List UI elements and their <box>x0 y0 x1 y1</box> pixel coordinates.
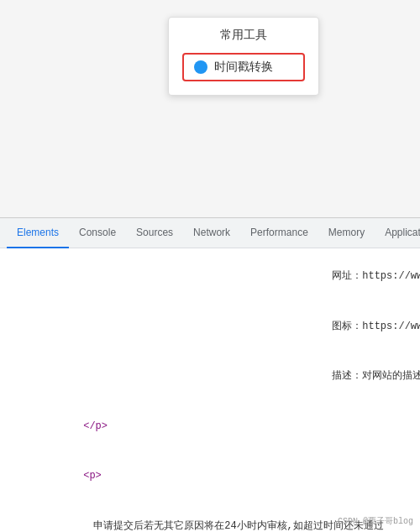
tab-sources[interactable]: Sources <box>126 218 183 248</box>
code-line: </p> <box>0 402 420 452</box>
code-line: <p> <box>0 451 420 502</box>
popup-title: 常用工具 <box>182 28 305 43</box>
tab-application[interactable]: Application <box>375 218 420 248</box>
browser-content-area: 常用工具 时间戳转换 <box>0 0 420 218</box>
code-line: 描述：对网站的描述 <box>0 352 420 402</box>
tab-performance[interactable]: Performance <box>240 218 318 248</box>
time-convert-label: 时间戳转换 <box>214 60 273 75</box>
tab-elements[interactable]: Elements <box>7 218 69 248</box>
watermark: CSDN @栗子哥blog <box>338 515 413 529</box>
popup-card: 常用工具 时间戳转换 <box>168 17 319 96</box>
tab-network[interactable]: Network <box>183 218 240 248</box>
devtools-tab-bar: Elements Console Sources Network Perform… <box>0 218 420 248</box>
tab-memory[interactable]: Memory <box>318 218 375 248</box>
code-line: 图标：https://www.xxxxx.cn/logo.png<br> <box>0 302 420 352</box>
clock-icon <box>194 60 207 74</box>
code-line: 网址：https://www.xxxxx.cn<br> <box>0 252 420 302</box>
time-convert-button[interactable]: 时间戳转换 <box>182 53 305 81</box>
tab-console[interactable]: Console <box>69 218 126 248</box>
code-panel: 网址：https://www.xxxxx.cn<br> 图标：https://w… <box>0 248 420 532</box>
